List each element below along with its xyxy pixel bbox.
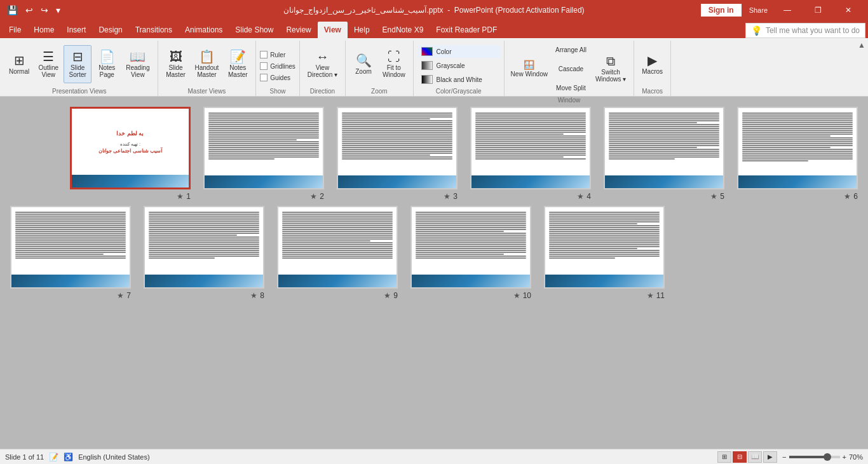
arrange-all-button[interactable]: Arrange All xyxy=(553,41,589,58)
slide-item-4[interactable]: ★ 4 xyxy=(470,107,591,201)
minimize-button[interactable]: — xyxy=(773,0,802,20)
slide-thumb-2[interactable] xyxy=(203,107,324,189)
tab-help[interactable]: Help xyxy=(348,22,376,38)
reading-view-status-button[interactable]: 📖 xyxy=(748,451,762,463)
slide-item-10[interactable]: ★ 10 xyxy=(410,206,531,300)
tab-review[interactable]: Review xyxy=(280,22,317,38)
slide-thumb-11[interactable] xyxy=(544,206,665,289)
new-window-button[interactable]: 🪟 New Window xyxy=(508,60,550,78)
slide-item-1[interactable]: به لطم خدا تهیه کننده : آسیب شناسی اجتما… xyxy=(70,107,191,201)
black-white-button[interactable]: Black and White xyxy=(417,73,500,86)
tab-design[interactable]: Design xyxy=(92,22,128,38)
close-button[interactable]: ✕ xyxy=(834,0,863,20)
slide-item-11[interactable]: ★ 11 xyxy=(544,206,665,300)
zoom-out-icon[interactable]: − xyxy=(782,453,786,461)
save-icon[interactable]: 💾 xyxy=(5,4,20,17)
collapse-ribbon-icon[interactable]: ▲ xyxy=(858,41,865,50)
ruler-checkbox[interactable] xyxy=(260,51,268,58)
slide-master-button[interactable]: 🖼 SlideMaster xyxy=(162,45,190,83)
redo-icon[interactable]: ↪ xyxy=(39,4,50,17)
tab-insert[interactable]: Insert xyxy=(60,22,92,38)
accessibility-icon: ♿ xyxy=(64,453,73,461)
slide-item-9[interactable]: ★ 9 xyxy=(277,206,398,300)
slide-thumb-9[interactable] xyxy=(277,206,398,289)
slide-master-icon: 🖼 xyxy=(170,50,182,63)
zoom-slider[interactable] xyxy=(789,456,840,458)
direction-group: ↔ ViewDirection ▾ Direction xyxy=(300,41,346,96)
view-direction-button[interactable]: ↔ ViewDirection ▾ xyxy=(304,45,341,83)
tab-endnote[interactable]: EndNote X9 xyxy=(376,22,430,38)
show-group: Ruler Gridlines Guides Show xyxy=(256,41,299,96)
tab-transitions[interactable]: Transitions xyxy=(129,22,179,38)
view-buttons: ⊞ ⊟ 📖 ▶ xyxy=(717,451,777,463)
cascade-button[interactable]: Cascade xyxy=(553,60,589,78)
tab-animations[interactable]: Animations xyxy=(179,22,229,38)
move-split-label: Move Split xyxy=(556,85,586,92)
slideshow-status-button[interactable]: ▶ xyxy=(763,451,777,463)
ruler-checkbox-row[interactable]: Ruler xyxy=(260,50,295,59)
slide-thumb-3[interactable] xyxy=(337,107,458,189)
normal-view-button[interactable]: ⊞ Normal xyxy=(5,45,33,83)
outline-view-button[interactable]: ☰ OutlineView xyxy=(34,45,62,83)
normal-view-status-button[interactable]: ⊞ xyxy=(717,451,731,463)
customize-qat-icon[interactable]: ▾ xyxy=(54,4,62,17)
slide-sorter-area: ★ 6 xyxy=(0,97,868,449)
slide-4-star: ★ xyxy=(577,192,584,201)
slide-item-7[interactable]: ★ 7 xyxy=(10,206,131,300)
lightbulb-icon: 💡 xyxy=(751,25,762,36)
tab-home[interactable]: Home xyxy=(27,22,60,38)
fit-to-window-button[interactable]: ⛶ Fit toWindow xyxy=(379,45,409,83)
slide-1-sub1: تهیه کننده : xyxy=(120,142,140,147)
color-button[interactable]: Color xyxy=(417,45,500,58)
tab-foxit[interactable]: Foxit Reader PDF xyxy=(430,22,503,38)
gridlines-checkbox-row[interactable]: Gridlines xyxy=(260,62,295,71)
gridlines-checkbox[interactable] xyxy=(260,62,268,70)
restore-button[interactable]: ❒ xyxy=(803,0,832,20)
slide-1-name: آسیب شناسی اجتماعی جوانان xyxy=(98,148,162,154)
slide-sorter-button[interactable]: ⊟ SlideSorter xyxy=(64,45,92,83)
black-white-label: Black and White xyxy=(437,76,482,83)
tell-me-area[interactable]: 💡 Tell me what you want to do xyxy=(745,23,865,38)
notes-master-button[interactable]: 📝 NotesMaster xyxy=(224,45,252,83)
presentation-views-buttons: ⊞ Normal ☰ OutlineView ⊟ SlideSorter 📄 N… xyxy=(5,41,154,88)
slide-thumb-1[interactable]: به لطم خدا تهیه کننده : آسیب شناسی اجتما… xyxy=(70,107,191,189)
slide-item-6[interactable]: ★ 6 xyxy=(737,107,858,201)
zoom-button[interactable]: 🔍 Zoom xyxy=(349,45,377,83)
sign-in-button[interactable]: Sign in xyxy=(701,4,742,17)
slide-item-2[interactable]: ★ 2 xyxy=(203,107,324,201)
slide-thumb-6[interactable] xyxy=(737,107,858,189)
undo-icon[interactable]: ↩ xyxy=(24,4,35,17)
share-label[interactable]: Share xyxy=(749,6,768,14)
zoom-in-icon[interactable]: + xyxy=(843,453,846,461)
grayscale-button[interactable]: Grayscale xyxy=(417,59,500,72)
grayscale-label: Grayscale xyxy=(437,62,465,69)
slide-1-star: ★ xyxy=(177,192,184,201)
notes-page-button[interactable]: 📄 NotesPage xyxy=(93,45,121,83)
handout-master-button[interactable]: 📋 HandoutMaster xyxy=(191,45,223,83)
zoom-slider-thumb[interactable] xyxy=(824,453,831,461)
master-views-label: Master Views xyxy=(187,88,226,96)
slide-6-content xyxy=(742,112,853,184)
move-split-button[interactable]: Move Split xyxy=(553,79,589,97)
reading-view-button[interactable]: 📖 ReadingView xyxy=(122,45,153,83)
slide-thumb-5[interactable] xyxy=(604,107,724,189)
slide-count-label: Slide 1 of 11 xyxy=(5,453,44,461)
slide-thumb-7[interactable] xyxy=(10,206,131,289)
tab-file[interactable]: File xyxy=(3,22,27,38)
zoom-percentage[interactable]: 70% xyxy=(849,453,863,461)
macros-button[interactable]: ▶ Macros xyxy=(638,45,667,83)
guides-checkbox[interactable] xyxy=(260,74,268,81)
slide-item-5[interactable]: ★ 5 xyxy=(604,107,724,201)
tab-view[interactable]: View xyxy=(318,22,348,38)
title-bar: 💾 ↩ ↪ ▾ آسیب_شناسی_تاخیر_در_سن_ازدواج_جو… xyxy=(0,0,868,20)
tab-slideshow[interactable]: Slide Show xyxy=(229,22,280,38)
guides-checkbox-row[interactable]: Guides xyxy=(260,73,295,82)
slide-thumb-4[interactable] xyxy=(470,107,591,189)
tell-me-box[interactable]: 💡 Tell me what you want to do xyxy=(745,23,865,38)
slide-sorter-status-button[interactable]: ⊟ xyxy=(733,451,747,463)
slide-item-3[interactable]: ★ 3 xyxy=(337,107,458,201)
slide-item-8[interactable]: ★ 8 xyxy=(144,206,264,300)
slide-thumb-8[interactable] xyxy=(144,206,264,289)
slide-thumb-10[interactable] xyxy=(410,206,531,289)
switch-windows-button[interactable]: ⧉ SwitchWindows ▾ xyxy=(592,50,630,88)
